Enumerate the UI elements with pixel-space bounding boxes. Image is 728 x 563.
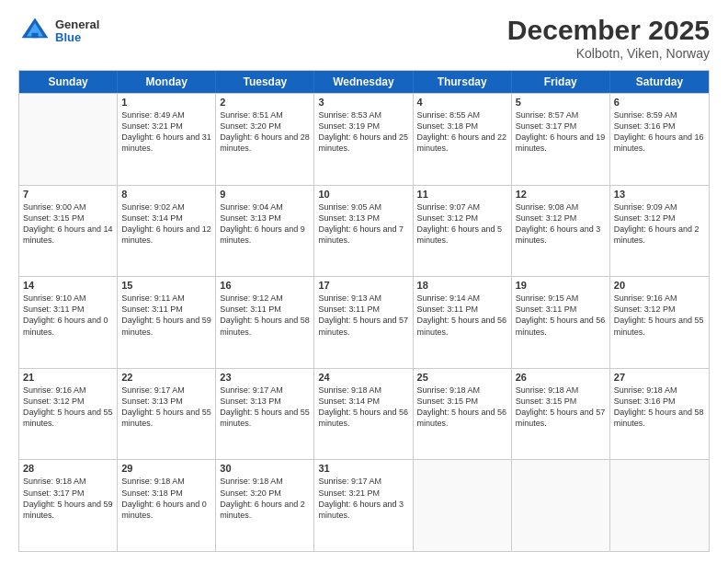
day-cell-empty [19,94,118,185]
day-cell-24: 24Sunrise: 9:18 AM Sunset: 3:14 PM Dayli… [314,369,413,460]
day-info: Sunrise: 9:07 AM Sunset: 3:12 PM Dayligh… [417,201,507,247]
day-cell-29: 29Sunrise: 9:18 AM Sunset: 3:18 PM Dayli… [118,460,216,551]
header-day-wednesday: Wednesday [314,71,413,93]
day-number: 12 [516,189,606,200]
week-row-2: 7Sunrise: 9:00 AM Sunset: 3:15 PM Daylig… [19,185,709,277]
day-number: 24 [318,372,408,383]
day-cell-26: 26Sunrise: 9:18 AM Sunset: 3:15 PM Dayli… [512,369,610,460]
day-info: Sunrise: 9:18 AM Sunset: 3:14 PM Dayligh… [318,385,408,430]
day-cell-17: 17Sunrise: 9:13 AM Sunset: 3:11 PM Dayli… [314,277,413,368]
day-number: 20 [614,280,705,291]
day-number: 10 [318,189,408,200]
logo-blue: Blue [55,31,99,44]
day-number: 22 [121,372,211,383]
day-number: 26 [516,372,606,383]
day-cell-19: 19Sunrise: 9:15 AM Sunset: 3:11 PM Dayli… [512,277,610,368]
day-number: 14 [23,280,113,291]
day-info: Sunrise: 9:18 AM Sunset: 3:20 PM Dayligh… [220,476,310,521]
week-row-3: 14Sunrise: 9:10 AM Sunset: 3:11 PM Dayli… [19,276,709,368]
location: Kolbotn, Viken, Norway [507,46,710,61]
day-cell-21: 21Sunrise: 9:16 AM Sunset: 3:12 PM Dayli… [19,369,118,460]
day-info: Sunrise: 9:05 AM Sunset: 3:13 PM Dayligh… [318,201,408,247]
day-info: Sunrise: 9:00 AM Sunset: 3:15 PM Dayligh… [23,201,113,247]
logo: General Blue [18,15,99,48]
day-info: Sunrise: 8:53 AM Sunset: 3:19 PM Dayligh… [318,109,408,155]
calendar-body: 1Sunrise: 8:49 AM Sunset: 3:21 PM Daylig… [19,93,709,551]
day-info: Sunrise: 9:12 AM Sunset: 3:11 PM Dayligh… [220,293,310,338]
header-day-saturday: Saturday [610,71,709,93]
day-info: Sunrise: 8:55 AM Sunset: 3:18 PM Dayligh… [417,109,507,155]
day-info: Sunrise: 9:15 AM Sunset: 3:11 PM Dayligh… [516,293,606,338]
day-number: 13 [614,189,705,200]
day-cell-11: 11Sunrise: 9:07 AM Sunset: 3:12 PM Dayli… [414,186,512,277]
day-info: Sunrise: 9:08 AM Sunset: 3:12 PM Dayligh… [516,201,606,247]
logo-general: General [55,18,99,31]
day-cell-8: 8Sunrise: 9:02 AM Sunset: 3:14 PM Daylig… [118,186,216,277]
day-number: 27 [614,372,705,383]
day-cell-empty [610,460,709,551]
day-number: 1 [121,97,211,108]
day-info: Sunrise: 9:11 AM Sunset: 3:11 PM Dayligh… [121,293,211,338]
day-cell-6: 6Sunrise: 8:59 AM Sunset: 3:16 PM Daylig… [610,94,709,185]
day-cell-31: 31Sunrise: 9:17 AM Sunset: 3:21 PM Dayli… [314,460,413,551]
header-day-thursday: Thursday [414,71,512,93]
day-cell-23: 23Sunrise: 9:17 AM Sunset: 3:13 PM Dayli… [216,369,314,460]
day-number: 28 [23,463,113,474]
day-number: 29 [121,463,211,474]
day-info: Sunrise: 9:17 AM Sunset: 3:13 PM Dayligh… [121,385,211,430]
day-cell-5: 5Sunrise: 8:57 AM Sunset: 3:17 PM Daylig… [512,94,610,185]
day-cell-15: 15Sunrise: 9:11 AM Sunset: 3:11 PM Dayli… [118,277,216,368]
title-block: December 2025 Kolbotn, Viken, Norway [507,15,710,61]
day-number: 6 [614,97,705,108]
day-info: Sunrise: 8:59 AM Sunset: 3:16 PM Dayligh… [614,109,705,155]
day-cell-3: 3Sunrise: 8:53 AM Sunset: 3:19 PM Daylig… [314,94,413,185]
day-number: 18 [417,280,507,291]
day-number: 31 [318,463,408,474]
day-info: Sunrise: 9:16 AM Sunset: 3:12 PM Dayligh… [614,293,705,338]
day-info: Sunrise: 8:49 AM Sunset: 3:21 PM Dayligh… [121,109,211,155]
day-cell-12: 12Sunrise: 9:08 AM Sunset: 3:12 PM Dayli… [512,186,610,277]
calendar-header: SundayMondayTuesdayWednesdayThursdayFrid… [19,71,709,93]
day-cell-9: 9Sunrise: 9:04 AM Sunset: 3:13 PM Daylig… [216,186,314,277]
day-cell-7: 7Sunrise: 9:00 AM Sunset: 3:15 PM Daylig… [19,186,118,277]
day-cell-28: 28Sunrise: 9:18 AM Sunset: 3:17 PM Dayli… [19,460,118,551]
day-cell-10: 10Sunrise: 9:05 AM Sunset: 3:13 PM Dayli… [314,186,413,277]
week-row-4: 21Sunrise: 9:16 AM Sunset: 3:12 PM Dayli… [19,368,709,460]
day-info: Sunrise: 9:09 AM Sunset: 3:12 PM Dayligh… [614,201,705,247]
calendar: SundayMondayTuesdayWednesdayThursdayFrid… [18,70,710,552]
day-number: 19 [516,280,606,291]
day-number: 7 [23,189,113,200]
day-info: Sunrise: 9:18 AM Sunset: 3:18 PM Dayligh… [121,476,211,521]
day-number: 3 [318,97,408,108]
day-number: 25 [417,372,507,383]
day-info: Sunrise: 9:17 AM Sunset: 3:13 PM Dayligh… [220,385,310,430]
logo-icon [18,15,51,48]
logo-text: General Blue [55,18,99,45]
day-cell-22: 22Sunrise: 9:17 AM Sunset: 3:13 PM Dayli… [118,369,216,460]
day-number: 4 [417,97,507,108]
day-cell-25: 25Sunrise: 9:18 AM Sunset: 3:15 PM Dayli… [414,369,512,460]
day-number: 2 [220,97,310,108]
day-cell-empty [512,460,610,551]
week-row-5: 28Sunrise: 9:18 AM Sunset: 3:17 PM Dayli… [19,459,709,551]
month-year: December 2025 [507,15,710,46]
header: General Blue December 2025 Kolbotn, Vike… [18,15,710,61]
page: General Blue December 2025 Kolbotn, Vike… [0,0,728,563]
day-number: 21 [23,372,113,383]
day-number: 17 [318,280,408,291]
week-row-1: 1Sunrise: 8:49 AM Sunset: 3:21 PM Daylig… [19,93,709,185]
day-cell-27: 27Sunrise: 9:18 AM Sunset: 3:16 PM Dayli… [610,369,709,460]
day-number: 15 [121,280,211,291]
day-cell-20: 20Sunrise: 9:16 AM Sunset: 3:12 PM Dayli… [610,277,709,368]
day-cell-2: 2Sunrise: 8:51 AM Sunset: 3:20 PM Daylig… [216,94,314,185]
day-number: 11 [417,189,507,200]
day-cell-13: 13Sunrise: 9:09 AM Sunset: 3:12 PM Dayli… [610,186,709,277]
day-number: 16 [220,280,310,291]
header-day-monday: Monday [118,71,216,93]
day-info: Sunrise: 9:10 AM Sunset: 3:11 PM Dayligh… [23,293,113,338]
day-info: Sunrise: 9:18 AM Sunset: 3:15 PM Dayligh… [417,385,507,430]
svg-rect-2 [31,33,38,38]
header-day-tuesday: Tuesday [216,71,314,93]
day-cell-1: 1Sunrise: 8:49 AM Sunset: 3:21 PM Daylig… [118,94,216,185]
day-info: Sunrise: 9:18 AM Sunset: 3:15 PM Dayligh… [516,385,606,430]
